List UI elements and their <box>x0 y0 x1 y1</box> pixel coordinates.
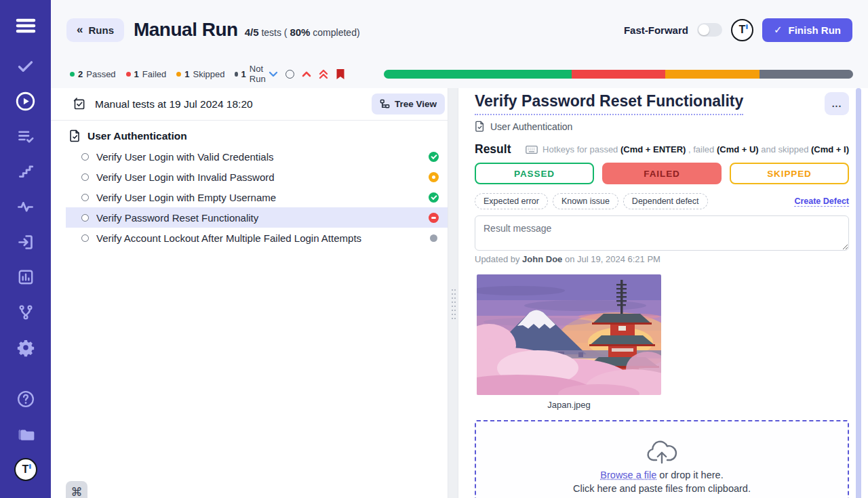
panel-divider <box>448 88 458 498</box>
tag-known-issue[interactable]: Known issue <box>553 193 618 209</box>
passed-dot-icon <box>70 72 75 77</box>
radio-circle-icon[interactable] <box>81 153 89 161</box>
result-message-input[interactable] <box>475 215 849 251</box>
cloud-upload-icon <box>646 438 678 465</box>
hotkeys-hint: Hotkeys for passed (Cmd + ENTER) , faile… <box>526 144 849 154</box>
summary-failed: 1Failed <box>126 69 167 79</box>
status-passed-icon <box>429 152 439 162</box>
run-progress-bar <box>384 70 853 79</box>
attachment-image-japan[interactable] <box>477 274 661 395</box>
test-title: Verify Password Reset Functionality <box>475 92 743 115</box>
status-buttons: PASSED FAILED SKIPPED <box>475 163 849 184</box>
test-row-selected[interactable]: Verify Password Reset Functionality <box>66 207 448 228</box>
command-icon: ⌘ <box>71 485 83 498</box>
status-summary: 2Passed 1Failed 1Skipped 1Not Run <box>70 64 269 84</box>
mark-skipped-button[interactable]: SKIPPED <box>730 163 849 184</box>
quick-tags-row: Expected error Known issue Dependent def… <box>475 193 849 209</box>
run-play-icon[interactable] <box>8 83 43 119</box>
checklist-icon[interactable] <box>8 119 43 154</box>
test-row[interactable]: Verify User Login with Invalid Password <box>66 167 448 187</box>
ellipsis-icon: ... <box>832 98 842 109</box>
double-caret-up-icon[interactable] <box>319 69 328 79</box>
back-to-runs-button[interactable]: « Runs <box>66 18 124 42</box>
summary-passed: 2Passed <box>70 69 116 79</box>
hotkeys-shortcut-button[interactable]: ⌘ <box>66 481 87 498</box>
tests-panel-header: Manual tests at 19 Jul 2024 18:20 Tree V… <box>51 88 448 121</box>
tests-check-icon[interactable] <box>8 48 43 83</box>
status-not-run-icon <box>430 234 437 242</box>
test-row[interactable]: Verify User Login with Valid Credentials <box>66 146 448 167</box>
test-row[interactable]: Verify Account Lockout After Multiple Fa… <box>66 228 448 248</box>
settings-gear-icon[interactable] <box>8 330 43 365</box>
reports-icon[interactable] <box>8 260 43 295</box>
radio-circle-icon[interactable] <box>81 234 89 242</box>
attachment-filename: Japan.jpeg <box>477 400 661 410</box>
more-options-button[interactable]: ... <box>825 92 849 115</box>
finish-run-label: Finish Run <box>789 24 842 36</box>
app-sidebar: T <box>0 0 51 498</box>
attachment: Japan.jpeg <box>477 274 661 410</box>
bookmark-icon[interactable] <box>336 68 345 80</box>
scrollbar-thumb[interactable] <box>856 88 861 498</box>
failed-dot-icon <box>126 72 131 77</box>
mark-failed-button[interactable]: FAILED <box>602 163 722 184</box>
logo-t-icon[interactable]: T <box>731 19 753 41</box>
help-icon[interactable] <box>8 381 43 417</box>
chevron-down-icon[interactable] <box>269 70 278 78</box>
resize-handle[interactable] <box>451 288 456 319</box>
result-heading: Result <box>475 142 511 157</box>
file-dropzone[interactable]: Browse a file or drop it here. Click her… <box>475 420 849 498</box>
radio-circle-icon[interactable] <box>81 194 89 201</box>
status-passed-icon <box>429 192 439 203</box>
progress-segment-skipped <box>665 70 759 79</box>
breadcrumb-suite: User Authentication <box>490 121 572 132</box>
toggle-knob <box>698 24 709 35</box>
tree-view-button[interactable]: Tree View <box>372 94 445 115</box>
fast-forward-toggle[interactable] <box>697 23 722 37</box>
branches-icon[interactable] <box>8 295 43 330</box>
tests-panel: Manual tests at 19 Jul 2024 18:20 Tree V… <box>51 88 448 498</box>
activity-icon[interactable] <box>8 189 43 224</box>
radio-circle-icon[interactable] <box>81 214 89 222</box>
tag-dependent-defect[interactable]: Dependent defect <box>623 193 708 209</box>
test-label: Verify User Login with Empty Username <box>96 192 429 203</box>
check-icon: ✓ <box>774 24 783 36</box>
test-label: Verify Password Reset Functionality <box>96 212 429 224</box>
document-check-icon <box>69 129 81 142</box>
test-label: Verify User Login with Valid Credentials <box>96 151 429 163</box>
content-area: Manual tests at 19 Jul 2024 18:20 Tree V… <box>51 88 868 498</box>
test-row[interactable]: Verify User Login with Empty Username <box>66 187 448 207</box>
mark-passed-button[interactable]: PASSED <box>475 163 594 184</box>
browse-file-link[interactable]: Browse a file <box>600 470 656 480</box>
run-quick-controls <box>269 68 345 80</box>
create-defect-link[interactable]: Create Defect <box>794 196 849 207</box>
steps-icon[interactable] <box>8 154 43 189</box>
caret-up-icon[interactable] <box>302 70 311 77</box>
breadcrumb[interactable]: User Authentication <box>475 121 572 132</box>
projects-folder-icon[interactable] <box>8 417 43 452</box>
summary-not-run: 1Not Run <box>235 64 269 84</box>
suite-name: User Authentication <box>87 130 187 142</box>
app-logo[interactable]: T <box>8 452 43 487</box>
summary-skipped: 1Skipped <box>176 69 224 79</box>
progress-segment-passed <box>384 70 572 79</box>
menu-icon[interactable] <box>8 8 43 43</box>
test-label: Verify User Login with Invalid Password <box>96 171 429 183</box>
skipped-dot-icon <box>176 72 181 77</box>
radio-circle-icon[interactable] <box>81 173 89 181</box>
test-detail-panel: Verify Password Reset Functionality ... … <box>458 88 868 498</box>
not-run-dot-icon <box>235 72 237 77</box>
tree-icon <box>380 99 390 109</box>
run-checklist-icon <box>73 97 87 111</box>
sign-in-icon[interactable] <box>8 224 43 260</box>
suite-folder[interactable]: User Authentication <box>51 129 448 142</box>
page-title: Manual Run <box>134 19 238 41</box>
test-label: Verify Account Lockout After Multiple Fa… <box>96 232 430 244</box>
topbar: « Runs Manual Run 4/5 tests ( 80% comple… <box>51 0 868 60</box>
circle-icon[interactable] <box>285 70 294 79</box>
finish-run-button[interactable]: ✓ Finish Run <box>762 18 852 42</box>
run-progress-summary: 4/5 tests ( 80% completed) <box>245 26 360 38</box>
tag-expected-error[interactable]: Expected error <box>475 193 548 209</box>
logo-t-icon: T <box>14 458 37 481</box>
document-check-icon <box>475 121 485 132</box>
